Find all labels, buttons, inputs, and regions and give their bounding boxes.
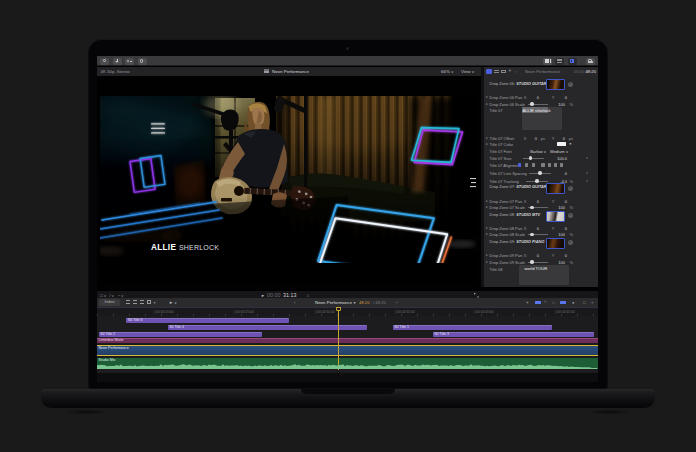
svg-text:ALLIE: ALLIE bbox=[151, 243, 176, 252]
svg-text:SHERLOCK: SHERLOCK bbox=[179, 244, 219, 251]
